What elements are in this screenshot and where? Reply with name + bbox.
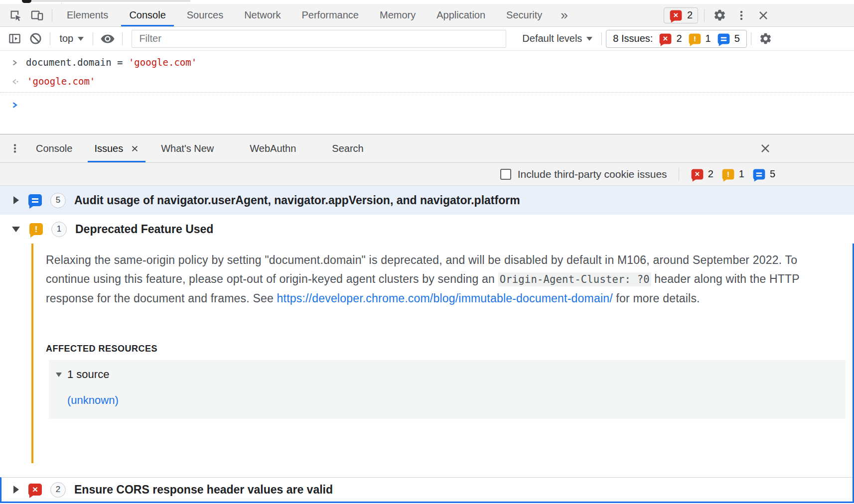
message-bubble-icon [28, 194, 42, 206]
issue-title: Audit usage of navigator.userAgent, navi… [74, 194, 520, 207]
issues-counter-label: 8 Issues: [613, 33, 653, 44]
warning-bubble-icon [689, 33, 701, 44]
tab-network[interactable]: Network [234, 4, 291, 26]
drawer-tab-webauthn[interactable]: WebAuthn [239, 134, 307, 162]
expand-triangle-icon[interactable] [13, 486, 19, 494]
drawer-tab-label: WebAuthn [250, 143, 296, 154]
drawer-tabbar: Console Issues What's New WebAuthn Searc… [0, 134, 854, 162]
issue-row-deprecated-feature[interactable]: 1 Deprecated Feature Used [0, 215, 854, 244]
tab-sources[interactable]: Sources [176, 4, 234, 26]
checkbox-label: Include third-party cookie issues [518, 168, 667, 180]
tab-label: Memory [380, 9, 416, 21]
third-party-cookie-checkbox-row[interactable]: Include third-party cookie issues [500, 168, 667, 180]
warning-count: 1 [739, 168, 744, 180]
message-bubble-icon [753, 169, 765, 179]
drawer-tab-label: What's New [161, 143, 214, 154]
console-messages: document.domain = 'google.com' 'google.c… [0, 51, 854, 134]
message-count: 5 [770, 168, 775, 180]
tab-elements[interactable]: Elements [56, 4, 119, 26]
console-sidebar-toggle-button[interactable] [4, 32, 25, 45]
console-sidebar-icon [8, 32, 21, 45]
console-command-row[interactable]: document.domain = 'google.com' [0, 53, 854, 72]
toolbar-divider [50, 32, 50, 45]
tab-label: Network [244, 9, 281, 21]
deprecated-issue-detail: Relaxing the same-origin policy by setti… [0, 244, 853, 463]
issues-list: 5 Audit usage of navigator.userAgent, na… [0, 186, 854, 503]
drawer-tab-search[interactable]: Search [321, 134, 374, 162]
issues-counter-button[interactable]: 8 Issues: 2 1 5 [606, 30, 746, 48]
result-arrow-icon [11, 78, 19, 86]
affected-resources-heading: AFFECTED RESOURCES [46, 344, 846, 354]
issues-warning-count: 1 [706, 33, 711, 44]
settings-button[interactable] [709, 4, 730, 26]
tab-application[interactable]: Application [426, 4, 496, 26]
filter-input[interactable] [132, 30, 506, 48]
devtools-main-tabbar: Elements Console Sources Network Perform… [0, 4, 854, 27]
issue-row-audit-navigator[interactable]: 5 Audit usage of navigator.userAgent, na… [0, 186, 854, 215]
toolbar-divider [93, 32, 93, 45]
error-count-badge[interactable]: 2 [664, 7, 698, 23]
more-tabs-glyph: » [561, 7, 568, 23]
error-bubble-icon [691, 169, 703, 179]
drawer-tab-label: Console [36, 143, 72, 154]
tab-console[interactable]: Console [119, 4, 176, 26]
devtools-window: Elements Console Sources Network Perform… [0, 0, 854, 504]
tab-security[interactable]: Security [496, 4, 553, 26]
log-levels-dropdown[interactable]: Default levels [517, 33, 597, 44]
more-options-button[interactable] [730, 4, 752, 26]
command-chevron-icon [11, 59, 18, 67]
toolbar-divider [122, 32, 123, 45]
console-result-row[interactable]: 'google.com' [0, 72, 854, 93]
issue-focus-outline: Relaxing the same-origin policy by setti… [0, 244, 854, 503]
prompt-chevron-icon [11, 101, 18, 109]
kebab-menu-icon [735, 9, 748, 22]
live-expression-button[interactable] [97, 31, 118, 46]
close-drawer-button[interactable] [754, 134, 776, 162]
clear-console-button[interactable] [25, 32, 46, 45]
more-tabs-button[interactable]: » [553, 4, 575, 26]
error-count: 2 [708, 168, 713, 180]
close-issues-tab-button[interactable] [131, 144, 139, 153]
warning-accent-bar [31, 244, 33, 463]
context-selector[interactable]: top [54, 33, 89, 44]
tab-label: Sources [187, 9, 223, 21]
page-dark-mark [22, 0, 31, 3]
checkbox-unchecked[interactable] [500, 169, 511, 180]
sources-toggle[interactable]: 1 source [56, 368, 846, 381]
gear-icon [759, 32, 772, 45]
error-count: 2 [687, 9, 693, 21]
toolbar-divider [679, 168, 679, 181]
drawer-tab-issues[interactable]: Issues [83, 134, 150, 162]
close-devtools-button[interactable] [752, 4, 774, 26]
close-icon [759, 142, 772, 155]
toolbar-divider [601, 32, 602, 45]
collapse-triangle-icon [56, 373, 62, 377]
drawer-tab-console[interactable]: Console [25, 134, 83, 162]
console-prompt-row[interactable] [0, 93, 854, 113]
drawer-tab-whats-new[interactable]: What's New [150, 134, 225, 162]
collapse-triangle-icon[interactable] [12, 227, 20, 232]
error-bubble-icon [660, 33, 672, 44]
details-link[interactable]: https://developer.chrome.com/blog/immuta… [277, 292, 613, 305]
console-settings-button[interactable] [755, 32, 776, 45]
issues-toolbar: Include third-party cookie issues 2 1 5 [0, 162, 854, 186]
toolbar-divider [751, 32, 751, 45]
result-string: 'google.com' [27, 76, 95, 87]
issue-count-badge: 1 [51, 222, 67, 237]
device-toolbar-button[interactable] [26, 4, 48, 26]
source-link[interactable]: (unknown) [67, 394, 119, 407]
tab-performance[interactable]: Performance [291, 4, 370, 26]
issue-row-cors-headers[interactable]: 2 Ensure CORS response header values are… [0, 477, 853, 502]
gear-icon [713, 8, 726, 22]
drawer-tab-label: Issues [94, 143, 123, 154]
expand-triangle-icon[interactable] [13, 196, 19, 204]
sources-toggle-label: 1 source [67, 368, 109, 381]
warning-bubble-icon [29, 223, 43, 235]
inspect-element-button[interactable] [4, 4, 26, 26]
tab-memory[interactable]: Memory [369, 4, 426, 26]
context-label: top [59, 33, 73, 44]
drawer-menu-button[interactable] [5, 134, 25, 162]
code-snippet: Origin-Agent-Cluster: ?0 [498, 272, 651, 286]
tab-label: Performance [302, 9, 359, 21]
affected-resources-box: 1 source (unknown) [49, 360, 846, 419]
